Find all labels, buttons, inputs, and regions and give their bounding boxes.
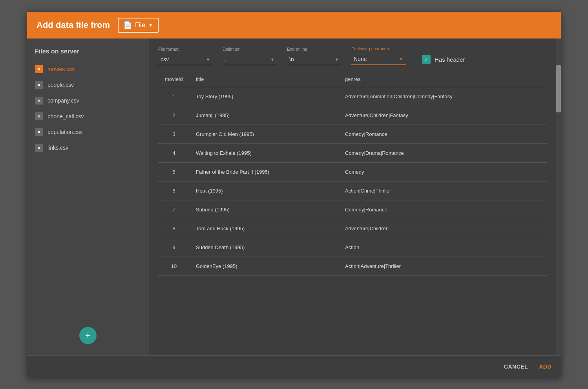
chevron-down-icon: ▼ xyxy=(335,57,340,62)
cell-genres: Adventure|Children xyxy=(339,219,547,238)
cell-title: Heat (1995) xyxy=(190,182,339,200)
file-list: ✕ movies.csv ✕ people.csv ✕ company.csv … xyxy=(27,61,149,156)
cell-movieid: 3 xyxy=(158,125,190,144)
table-row: 1 Toy Story (1995) Adventure|Animation|C… xyxy=(158,87,547,106)
file-format-label: File format xyxy=(158,47,213,51)
table-row: 10 GoldenEye (1995) Action|Adventure|Thr… xyxy=(158,257,547,276)
chevron-down-icon: ▼ xyxy=(399,57,405,61)
file-item[interactable]: ✕ population.csv xyxy=(27,124,149,140)
delimiter-select[interactable]: , ▼ xyxy=(223,54,278,65)
cell-movieid: 6 xyxy=(158,182,190,200)
cell-genres: Comedy|Romance xyxy=(339,200,547,219)
col-header-title: title xyxy=(190,72,339,87)
file-name: phone_call.csv xyxy=(47,113,84,119)
cell-title: Waiting to Exhale (1995) xyxy=(190,144,339,163)
cell-movieid: 5 xyxy=(158,163,190,182)
table-row: 3 Grumpier Old Men (1995) Comedy|Romance xyxy=(158,125,547,144)
col-header-movieid: movieId xyxy=(158,72,190,87)
file-item[interactable]: ✕ company.csv xyxy=(27,93,149,108)
cell-title: Jumanji (1995) xyxy=(190,106,339,125)
end-of-line-select[interactable]: \n ▼ xyxy=(287,54,342,65)
has-header-group: ✓ Has header xyxy=(422,55,465,65)
sidebar-title: Files on server xyxy=(27,45,149,61)
chevron-down-icon: ▼ xyxy=(206,57,212,62)
cell-genres: Comedy xyxy=(339,163,547,182)
csv-icon: ✕ xyxy=(35,144,43,152)
chevron-down-icon: ▼ xyxy=(148,22,153,28)
table-row: 6 Heat (1995) Action|Crime|Thriller xyxy=(158,182,547,200)
cell-title: GoldenEye (1995) xyxy=(190,257,339,276)
add-button[interactable]: ADD xyxy=(539,363,551,370)
cell-title: Sabrina (1995) xyxy=(190,200,339,219)
table-row: 8 Tom and Huck (1995) Adventure|Children xyxy=(158,219,547,238)
cell-genres: Action|Crime|Thriller xyxy=(339,182,547,200)
cell-movieid: 1 xyxy=(158,87,190,106)
enclosing-character-value: None xyxy=(351,55,399,63)
end-of-line-label: End of line xyxy=(287,47,342,51)
file-item[interactable]: ✕ phone_call.csv xyxy=(27,108,149,124)
end-of-line-group: End of line \n ▼ xyxy=(287,47,342,65)
cell-title: Toy Story (1995) xyxy=(190,87,339,106)
csv-icon: ✕ xyxy=(35,65,43,73)
table-body: 1 Toy Story (1995) Adventure|Animation|C… xyxy=(158,87,547,276)
table-row: 5 Father of the Bride Part II (1995) Com… xyxy=(158,163,547,182)
add-data-file-dialog: Add data file from 📄 File ▼ Files on ser… xyxy=(27,12,561,377)
delimiter-group: Delimiter , ▼ xyxy=(223,47,278,65)
table-row: 4 Waiting to Exhale (1995) Comedy|Drama|… xyxy=(158,144,547,163)
table-row: 2 Jumanji (1995) Adventure|Children|Fant… xyxy=(158,106,547,125)
cell-movieid: 7 xyxy=(158,200,190,219)
table-row: 9 Sudden Death (1995) Action xyxy=(158,238,547,257)
has-header-checkbox[interactable]: ✓ xyxy=(422,55,431,64)
file-format-group: File format csv ▼ xyxy=(158,47,213,65)
cell-title: Sudden Death (1995) xyxy=(190,238,339,257)
enclosing-character-label: Enclosing character xyxy=(351,46,406,51)
add-file-button[interactable]: + xyxy=(79,327,97,344)
cell-movieid: 10 xyxy=(158,257,190,276)
cancel-button[interactable]: CANCEL xyxy=(504,363,528,370)
cell-movieid: 9 xyxy=(158,238,190,257)
file-source-dropdown[interactable]: 📄 File ▼ xyxy=(118,18,159,33)
file-item[interactable]: ✕ links.csv xyxy=(27,140,149,156)
file-item[interactable]: ✕ movies.csv xyxy=(27,61,149,77)
cell-movieid: 4 xyxy=(158,144,190,163)
col-header-genres: genres xyxy=(339,72,547,87)
table-header-row: movieId title genres xyxy=(158,72,547,87)
cell-genres: Action|Adventure|Thriller xyxy=(339,257,547,276)
file-name: population.csv xyxy=(47,129,83,135)
cell-title: Tom and Huck (1995) xyxy=(190,219,339,238)
csv-icon: ✕ xyxy=(35,112,43,120)
dialog-footer: CANCEL ADD xyxy=(27,355,561,377)
cell-title: Grumpier Old Men (1995) xyxy=(190,125,339,144)
scroll-thumb xyxy=(556,65,561,112)
file-name: movies.csv xyxy=(47,66,75,72)
table-row: 7 Sabrina (1995) Comedy|Romance xyxy=(158,200,547,219)
delimiter-label: Delimiter xyxy=(223,47,278,51)
chevron-down-icon: ▼ xyxy=(270,57,276,62)
cell-genres: Action xyxy=(339,238,547,257)
file-item[interactable]: ✕ people.csv xyxy=(27,77,149,93)
cell-genres: Comedy|Drama|Romance xyxy=(339,144,547,163)
data-table-container: movieId title genres 1 Toy Story (1995) … xyxy=(158,72,547,355)
file-name: links.csv xyxy=(47,145,68,151)
end-of-line-value: \n xyxy=(287,55,335,63)
csv-icon: ✕ xyxy=(35,81,43,89)
file-format-select[interactable]: csv ▼ xyxy=(158,54,213,65)
enclosing-character-select[interactable]: None ▼ xyxy=(351,53,406,65)
csv-icon: ✕ xyxy=(35,128,43,136)
has-header-label: Has header xyxy=(435,56,465,63)
data-table: movieId title genres 1 Toy Story (1995) … xyxy=(158,72,547,276)
checkmark-icon: ✓ xyxy=(424,56,429,62)
delimiter-value: , xyxy=(223,55,270,63)
file-name: people.csv xyxy=(47,82,74,88)
file-format-value: csv xyxy=(158,55,206,63)
sidebar: Files on server ✕ movies.csv ✕ people.cs… xyxy=(27,39,149,355)
file-icon: 📄 xyxy=(123,21,132,29)
cell-title: Father of the Bride Part II (1995) xyxy=(190,163,339,182)
main-content: File format csv ▼ Delimiter , ▼ End of l… xyxy=(149,39,556,355)
controls-row: File format csv ▼ Delimiter , ▼ End of l… xyxy=(158,46,547,65)
scrollbar[interactable] xyxy=(556,39,561,355)
cell-movieid: 2 xyxy=(158,106,190,125)
dialog-header: Add data file from 📄 File ▼ xyxy=(27,12,561,39)
cell-genres: Comedy|Romance xyxy=(339,125,547,144)
cell-genres: Adventure|Animation|Children|Comedy|Fant… xyxy=(339,87,547,106)
